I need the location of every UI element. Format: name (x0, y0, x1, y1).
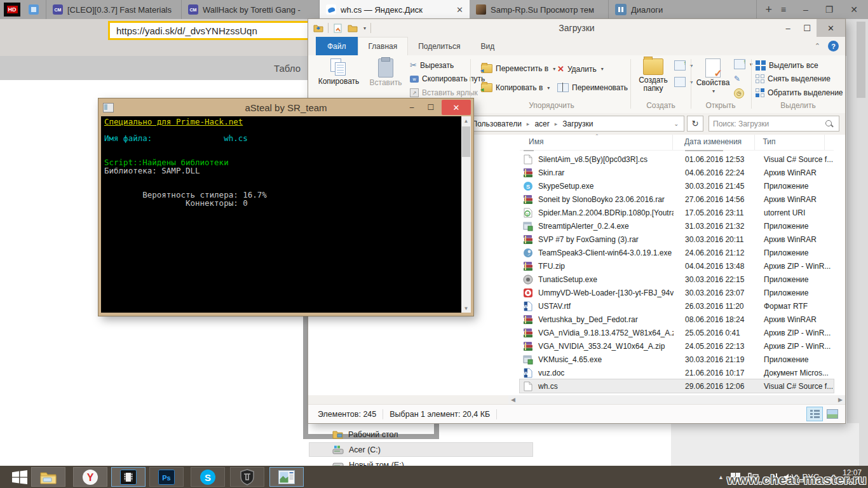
copy-button[interactable]: Копировать (315, 58, 363, 86)
taskbar-app-image-viewer[interactable] (269, 467, 304, 487)
horizontal-scrollbar[interactable]: ◀ ▶ (508, 395, 845, 404)
console-scroll-down-icon[interactable]: ▼ (461, 304, 471, 313)
file-row[interactable]: SVP #7 by FoxGaming (3).rar30.03.2016 20… (520, 233, 834, 246)
browser-tab-2[interactable]: wh.cs — Яндекс.Диск✕ (320, 0, 470, 19)
hd-icon[interactable]: HD (4, 3, 20, 17)
paste-button[interactable]: Вставить (365, 58, 406, 87)
tablo-panel[interactable]: Табло (0, 56, 309, 80)
browser-menu-icon[interactable]: ≡ (781, 4, 786, 15)
tab-view[interactable]: Вид (470, 37, 505, 55)
taskbar-app-yandex-browser[interactable]: Y (73, 467, 107, 487)
file-row[interactable]: TeamSpeak3-Client-win64-3.0.19.1.exe24.0… (520, 246, 834, 259)
file-row[interactable]: VGA_nVidia_9.18.13.4752_W81x64_A.zip25.0… (520, 326, 834, 339)
browser-restore-button[interactable]: ❐ (825, 4, 834, 15)
file-row[interactable]: Soneit by SlonoBoyko 23.06.2016.rar27.06… (520, 193, 834, 206)
details-view-button[interactable] (807, 407, 822, 421)
url-input[interactable] (110, 25, 326, 36)
explorer-title-bar[interactable]: ▾ Загрузки – ☐ ✕ (308, 19, 845, 37)
console-title-bar[interactable]: aSteal by SR_team – ☐ ✕ (98, 98, 473, 116)
console-scroll-up-icon[interactable]: ▲ (461, 116, 471, 125)
open-button[interactable]: ▾ (734, 59, 752, 69)
collapse-ribbon-icon[interactable]: ⌃ (815, 42, 820, 50)
file-row[interactable]: WUSTAV.rtf26.03.2016 11:20Формат RTF (520, 299, 834, 313)
breadcrumb-item[interactable]: acer (534, 119, 549, 128)
column-header-date[interactable]: Дата изменения (673, 135, 755, 150)
cut-button[interactable]: ✂ Вырезать (410, 60, 454, 70)
show-hidden-icons[interactable]: ▲ (718, 474, 724, 480)
taskbar-app-skype[interactable]: S (191, 467, 225, 487)
console-scrollbar[interactable]: ▲ ▼ (461, 116, 471, 313)
scroll-right-icon[interactable]: ▶ (838, 396, 843, 403)
move-to-button[interactable]: ◄ Переместить в▾ (481, 64, 555, 73)
paste-shortcut-button[interactable]: ↗ Вставить ярлык (410, 88, 478, 97)
tab-home[interactable]: Главная (358, 37, 409, 55)
browser-close-button[interactable]: ✕ (850, 4, 858, 15)
browser-tab-0[interactable]: CM[CLEO][0.3.7] Fast Materials (46, 0, 182, 19)
console-maximize-button[interactable]: ☐ (423, 100, 439, 114)
file-row[interactable]: StreamtipAlerter_0.2.4.exe31.03.2016 21:… (520, 219, 834, 233)
copy-path-button[interactable]: w Скопировать путь (410, 74, 485, 83)
browser-scrollbar[interactable] (846, 19, 868, 466)
breadcrumb-item[interactable]: Пользователи (472, 119, 522, 128)
properties-qat-icon[interactable] (333, 23, 343, 33)
new-tab-button[interactable]: + (757, 0, 781, 19)
search-input[interactable] (709, 119, 825, 128)
console-minimize-button[interactable]: – (403, 100, 420, 114)
pinned-tab[interactable]: HD (1, 0, 23, 19)
breadcrumb-dropdown-icon[interactable]: ⌄ (671, 121, 681, 127)
file-row[interactable]: TunaticSetup.exe30.03.2016 22:15Приложен… (520, 273, 834, 286)
console-close-button[interactable]: ✕ (442, 100, 471, 115)
file-row[interactable]: SilentAim_v8.5(By)[0pc0d3R].cs01.06.2016… (520, 152, 834, 166)
taskbar-app-video-player[interactable] (111, 467, 146, 487)
explorer-maximize-button[interactable]: ☐ (797, 19, 817, 37)
select-all-button[interactable]: Выделить все (756, 60, 818, 71)
breadcrumb-item[interactable]: Загрузки (562, 119, 593, 128)
thumbnails-view-button[interactable] (825, 407, 840, 421)
tab-share[interactable]: Поделиться (408, 37, 470, 55)
copy-to-button[interactable]: ◄ Копировать в▾ (481, 83, 550, 92)
select-none-button[interactable]: Снять выделение (756, 74, 831, 83)
explorer-close-button[interactable]: ✕ (817, 19, 845, 37)
taskbar-app-explorer[interactable] (31, 467, 65, 487)
tab-close-icon[interactable]: ✕ (456, 5, 463, 15)
browser-minimize-button[interactable]: – (803, 4, 808, 15)
file-row[interactable]: UmmyVD-Web-Loader-[130-yt-FBJ_94vl...30.… (520, 286, 834, 299)
scroll-left-icon[interactable]: ◀ (511, 396, 515, 403)
file-row[interactable]: TFU.zip04.04.2016 13:48Архив ZIP - WinR.… (520, 259, 834, 273)
taskbar-app-photoshop[interactable]: Ps (149, 467, 184, 487)
easy-access-button[interactable]: ▾ (674, 77, 693, 87)
search-icon[interactable] (825, 119, 834, 128)
file-row[interactable]: Vertushka_by_Ded_Fedot.rar08.06.2016 18:… (520, 313, 834, 326)
sidebar-item[interactable]: Рабочий стол (309, 428, 532, 441)
file-row[interactable]: Skin.rar04.06.2016 22:24Архив WinRAR (520, 166, 834, 179)
file-row[interactable]: Wvuz.doc21.06.2016 10:17Документ Micros.… (520, 366, 834, 379)
sidebar-item[interactable]: Acer (C:) (309, 443, 532, 456)
delete-button[interactable]: ✕ Удалить▾ (557, 64, 604, 74)
browser-tab-3[interactable]: Samp-Rp.Su Просмотр тем (470, 0, 609, 19)
file-row[interactable]: wh.cs29.06.2016 12:06Visual C# Source f.… (520, 379, 834, 393)
explorer-minimize-button[interactable]: – (778, 19, 797, 37)
tab-file[interactable]: Файл (316, 37, 358, 55)
help-icon[interactable]: ? (828, 41, 839, 51)
qat-customize-chevron-icon[interactable]: ▾ (363, 25, 366, 31)
pinned-tab[interactable] (23, 0, 44, 19)
browser-scrollbar-thumb[interactable] (857, 22, 865, 98)
console-scroll-thumb[interactable] (462, 126, 470, 157)
file-row[interactable]: SSkypeSetup.exe30.03.2016 21:45Приложени… (520, 179, 834, 193)
file-row[interactable]: VKMusic_4.65.exe30.03.2016 21:19Приложен… (520, 353, 834, 366)
browser-tab-4[interactable]: Диалоги (609, 0, 757, 19)
refresh-button[interactable]: ↻ (687, 116, 703, 132)
invert-selection-button[interactable]: Обратить выделение (756, 88, 843, 97)
taskbar-app-wot[interactable] (230, 467, 264, 487)
new-folder-qat-icon[interactable] (348, 23, 358, 33)
new-item-button[interactable]: ▾ (674, 60, 693, 71)
browser-tab-1[interactable]: CMWallHack by Toretti Gang - (182, 0, 320, 19)
blue-app-icon[interactable] (29, 4, 39, 15)
new-folder-button[interactable]: Создатьпапку (634, 58, 673, 93)
column-header-type[interactable]: Тип (755, 135, 825, 150)
file-row[interactable]: uSpider.Man.2.2004.BDRip.1080p.[Youtrac.… (520, 206, 834, 219)
rename-button[interactable]: Переименовать (557, 83, 628, 92)
edit-button[interactable]: ✎ (734, 74, 740, 83)
file-row[interactable]: VGA_NVIDIA_353.24_W10x64_A.zip24.05.2016… (520, 339, 834, 353)
history-button[interactable]: ◷ (734, 88, 744, 98)
